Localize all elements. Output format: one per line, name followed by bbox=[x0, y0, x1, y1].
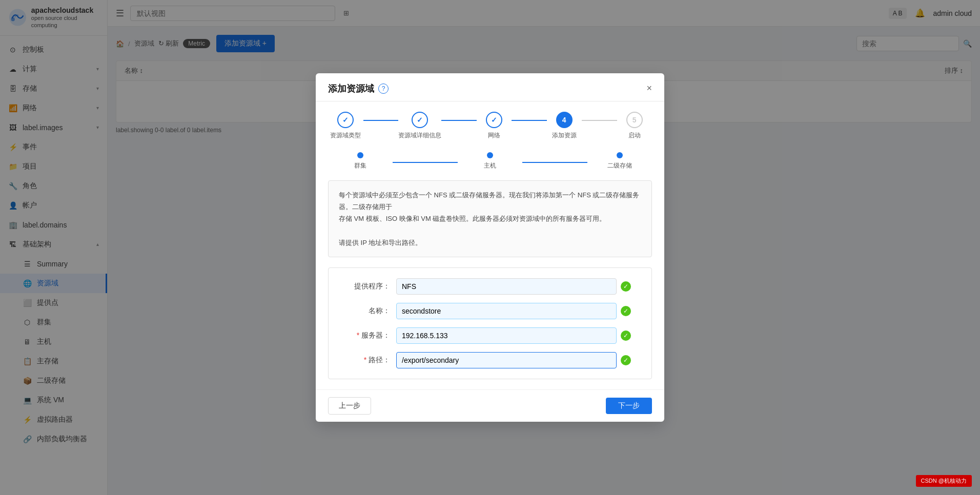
main-stepper: ✓ 资源域类型 ✓ 资源域详细信息 ✓ 网络 4 bbox=[328, 112, 652, 140]
step-2-label: 资源域详细信息 bbox=[398, 131, 441, 140]
sub-connector-1 bbox=[393, 162, 457, 163]
sub-step-cluster-label: 群集 bbox=[354, 161, 366, 170]
step-1-label: 资源域类型 bbox=[330, 131, 361, 140]
step-5: 5 启动 bbox=[617, 112, 652, 140]
form-section: 提供程序： NFS ✓ 名称： ✓ 服务器： bbox=[328, 267, 652, 379]
provider-wrap: NFS ✓ bbox=[396, 278, 631, 295]
sub-connector-2 bbox=[522, 162, 587, 163]
step-2-circle: ✓ bbox=[412, 112, 428, 128]
connector-1-2 bbox=[363, 120, 399, 121]
path-label: 路径： bbox=[349, 356, 390, 365]
sub-step-secondary-dot bbox=[617, 152, 623, 158]
next-button[interactable]: 下一步 bbox=[606, 398, 652, 414]
path-valid-icon: ✓ bbox=[621, 355, 631, 365]
server-input[interactable] bbox=[396, 327, 617, 344]
step-3-circle: ✓ bbox=[486, 112, 502, 128]
modal-overlay[interactable]: 添加资源域 ? × ✓ 资源域类型 ✓ 资源域详细信息 bbox=[0, 0, 980, 495]
info-text-line1: 每个资源域中必须至少包含一个 NFS 或二级存储服务器。现在我们将添加第一个 N… bbox=[339, 189, 641, 213]
provider-select[interactable]: NFS bbox=[396, 278, 617, 295]
form-row-name: 名称： ✓ bbox=[349, 303, 631, 319]
connector-4-5 bbox=[582, 120, 617, 121]
sub-step-secondary-label: 二级存储 bbox=[607, 161, 632, 170]
prev-button[interactable]: 上一步 bbox=[328, 397, 371, 415]
modal-title: 添加资源域 bbox=[328, 82, 374, 95]
step-4: 4 添加资源 bbox=[547, 112, 582, 140]
step-1-circle: ✓ bbox=[337, 112, 354, 128]
add-zone-modal: 添加资源域 ? × ✓ 资源域类型 ✓ 资源域详细信息 bbox=[316, 73, 664, 422]
sub-step-cluster: 群集 bbox=[328, 152, 393, 170]
info-text-line3: 请提供 IP 地址和导出路径。 bbox=[339, 237, 641, 249]
form-row-server: 服务器： ✓ bbox=[349, 327, 631, 344]
csdn-badge: CSDN @机核动力 bbox=[916, 475, 972, 487]
modal-header: 添加资源域 ? × bbox=[316, 73, 664, 101]
form-row-path: 路径： ✓ bbox=[349, 352, 631, 368]
info-text-line2: 存储 VM 模板、ISO 映像和 VM 磁盘卷快照。此服务器必须对资源域中的所有… bbox=[339, 213, 641, 224]
provider-label: 提供程序： bbox=[349, 282, 390, 291]
modal-footer: 上一步 下一步 bbox=[316, 389, 664, 422]
step-4-label: 添加资源 bbox=[552, 131, 577, 140]
path-wrap: ✓ bbox=[396, 352, 631, 368]
form-row-provider: 提供程序： NFS ✓ bbox=[349, 278, 631, 295]
server-label: 服务器： bbox=[349, 331, 390, 340]
sub-stepper: 群集 主机 二级存储 bbox=[328, 152, 652, 170]
modal-close-button[interactable]: × bbox=[646, 83, 652, 94]
step-4-circle: 4 bbox=[556, 112, 573, 128]
sub-step-host: 主机 bbox=[458, 152, 522, 170]
sub-step-cluster-dot bbox=[357, 152, 363, 158]
path-input[interactable] bbox=[396, 352, 617, 368]
step-5-label: 启动 bbox=[628, 131, 641, 140]
step-2: ✓ 资源域详细信息 bbox=[398, 112, 441, 140]
step-1: ✓ 资源域类型 bbox=[328, 112, 363, 140]
name-input[interactable] bbox=[396, 303, 617, 319]
step-3-label: 网络 bbox=[488, 131, 500, 140]
server-wrap: ✓ bbox=[396, 327, 631, 344]
name-valid-icon: ✓ bbox=[621, 306, 631, 316]
modal-help-icon[interactable]: ? bbox=[378, 84, 389, 94]
name-wrap: ✓ bbox=[396, 303, 631, 319]
connector-2-3 bbox=[441, 120, 477, 121]
sub-step-secondary: 二级存储 bbox=[587, 152, 652, 170]
step-5-circle: 5 bbox=[626, 112, 643, 128]
sub-step-host-dot bbox=[487, 152, 493, 158]
connector-3-4 bbox=[512, 120, 547, 121]
info-box: 每个资源域中必须至少包含一个 NFS 或二级存储服务器。现在我们将添加第一个 N… bbox=[328, 180, 652, 258]
name-label: 名称： bbox=[349, 306, 390, 316]
server-valid-icon: ✓ bbox=[621, 331, 631, 341]
step-3: ✓ 网络 bbox=[477, 112, 512, 140]
sub-step-host-label: 主机 bbox=[484, 161, 496, 170]
provider-valid-icon: ✓ bbox=[621, 281, 631, 292]
modal-body: ✓ 资源域类型 ✓ 资源域详细信息 ✓ 网络 4 bbox=[316, 101, 664, 390]
